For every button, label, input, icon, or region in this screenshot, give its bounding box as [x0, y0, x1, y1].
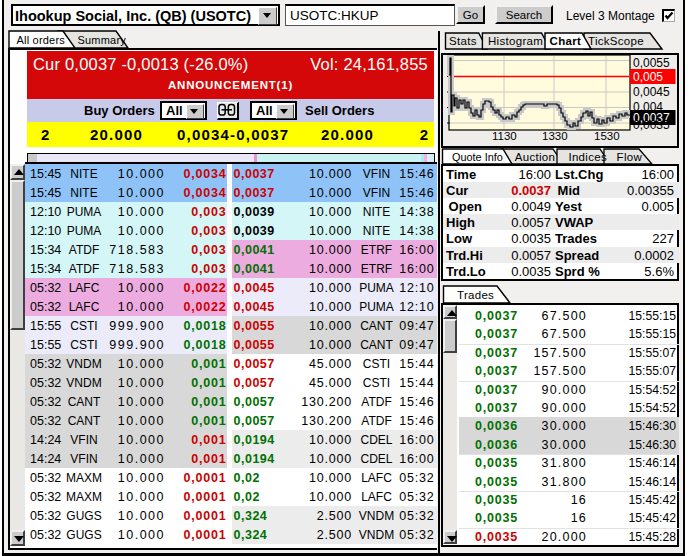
svg-text:Summary: Summary: [78, 34, 127, 46]
svg-text:Indices: Indices: [568, 151, 607, 163]
svg-text:Trades: Trades: [457, 289, 494, 301]
svg-text:1530: 1530: [594, 130, 620, 142]
svg-text:Histogram: Histogram: [488, 35, 543, 47]
svg-text:1130: 1130: [492, 130, 517, 142]
svg-text:0,0045: 0,0045: [633, 85, 670, 99]
svg-text:1330: 1330: [542, 130, 568, 142]
svg-text:0,0055: 0,0055: [633, 56, 670, 70]
svg-text:0,005: 0,005: [633, 70, 663, 84]
svg-text:0,0035: 0,0035: [633, 118, 670, 132]
svg-text:Flow: Flow: [617, 151, 643, 163]
svg-text:All orders: All orders: [17, 34, 66, 46]
svg-text:Stats: Stats: [449, 35, 477, 47]
svg-text:Auction: Auction: [515, 151, 555, 163]
svg-text:Quote Info: Quote Info: [452, 151, 503, 163]
svg-text:TickScope: TickScope: [588, 35, 644, 47]
svg-text:Chart: Chart: [550, 35, 582, 47]
